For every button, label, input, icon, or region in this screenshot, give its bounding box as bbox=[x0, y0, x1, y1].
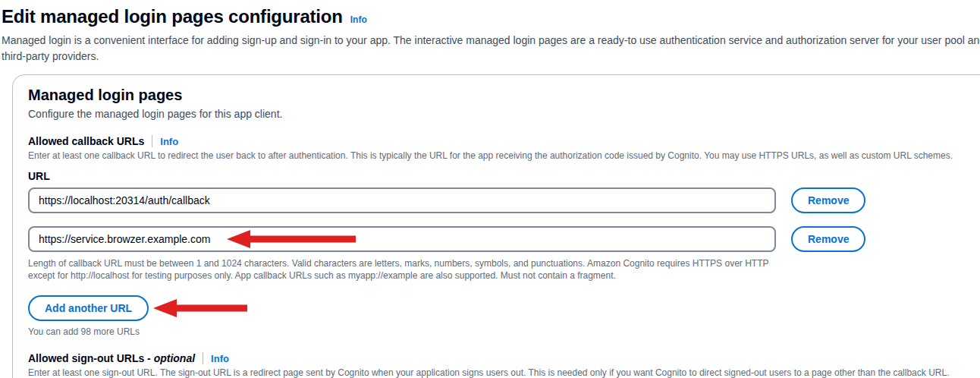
signout-urls-label-row: Allowed sign-out URLs - optional Info bbox=[28, 352, 980, 364]
page-title-info-link[interactable]: Info bbox=[350, 14, 367, 25]
callback-urls-description: Enter at least one callback URL to redir… bbox=[28, 150, 980, 162]
page-title: Edit managed login pages configuration bbox=[2, 6, 343, 27]
page: Edit managed login pages configuration I… bbox=[0, 0, 980, 378]
callback-url-input-2[interactable] bbox=[28, 226, 776, 252]
signout-urls-description: Enter at least one sign-out URL. The sig… bbox=[28, 367, 980, 378]
add-another-url-button[interactable]: Add another URL bbox=[28, 295, 149, 321]
label-divider bbox=[203, 352, 203, 364]
page-description-line2: third-party providers. bbox=[2, 49, 980, 65]
panel-subtitle: Configure the managed login pages for th… bbox=[28, 108, 980, 120]
managed-login-pages-panel: Managed login pages Configure the manage… bbox=[12, 74, 980, 378]
callback-urls-label-row: Allowed callback URLs Info bbox=[28, 135, 980, 147]
callback-url-row: Remove bbox=[28, 187, 980, 213]
signout-urls-label-prefix: Allowed sign-out URLs - bbox=[28, 352, 154, 364]
callback-urls-label: Allowed callback URLs bbox=[28, 135, 144, 147]
signout-urls-info-link[interactable]: Info bbox=[211, 353, 229, 364]
remove-url-button-1[interactable]: Remove bbox=[791, 187, 865, 213]
label-divider bbox=[152, 135, 152, 147]
page-header: Edit managed login pages configuration I… bbox=[2, 6, 980, 27]
urls-remaining-text: You can add 98 more URLs bbox=[28, 326, 980, 337]
callback-url-row: Remove bbox=[28, 226, 980, 252]
panel-title: Managed login pages bbox=[28, 87, 980, 104]
signout-urls-label: Allowed sign-out URLs - optional bbox=[28, 352, 195, 364]
callback-url-input-1[interactable] bbox=[28, 187, 776, 213]
page-description: Managed login is a convenient interface … bbox=[2, 33, 980, 65]
callback-url-constraint-text: Length of callback URL must be between 1… bbox=[28, 257, 787, 282]
signout-urls-label-optional: optional bbox=[154, 352, 195, 364]
page-description-line1: Managed login is a convenient interface … bbox=[2, 33, 980, 49]
remove-url-button-2[interactable]: Remove bbox=[791, 226, 865, 252]
callback-urls-info-link[interactable]: Info bbox=[160, 136, 178, 147]
add-url-row: Add another URL bbox=[28, 295, 980, 321]
url-column-label: URL bbox=[28, 170, 980, 182]
red-arrow-left-icon bbox=[153, 298, 247, 318]
